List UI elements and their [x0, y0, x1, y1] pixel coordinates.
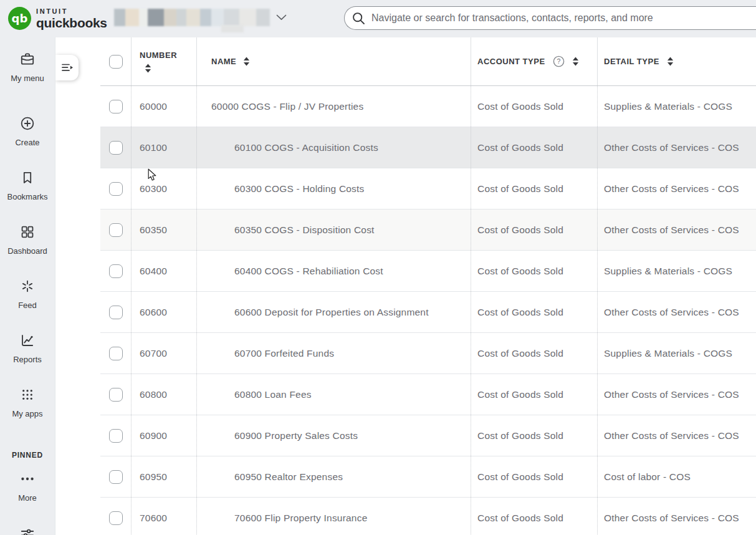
row-account-type-cell: Cost of Goods Sold — [471, 415, 598, 456]
row-detail-type-cell: Supplies & Materials - COGS — [598, 86, 756, 127]
sidebar-item-reports[interactable]: Reports — [13, 332, 42, 364]
header-number[interactable]: NUMBER — [132, 37, 197, 85]
account-number: 60600 — [140, 307, 167, 318]
header-detail-type[interactable]: DETAIL TYPE — [598, 37, 756, 85]
table-row[interactable]: 60400 60400 COGS - Rehabiliation Cost Co… — [100, 251, 756, 292]
table-row[interactable]: 60800 60800 Loan Fees Cost of Goods Sold… — [100, 374, 756, 415]
table-row[interactable]: 60000 60000 COGS - Flip / JV Properties … — [100, 86, 756, 127]
row-checkbox[interactable] — [109, 264, 123, 278]
quickbooks-logo[interactable]: qb INTUIT quickbooks — [8, 7, 107, 30]
table-row[interactable]: 60600 60600 Deposit for Properties on As… — [100, 292, 756, 333]
header-account-type[interactable]: ACCOUNT TYPE ? — [471, 37, 598, 85]
table-row[interactable]: 60350 60350 COGS - Disposition Cost Cost… — [100, 210, 756, 251]
table-body: 60000 60000 COGS - Flip / JV Properties … — [100, 86, 756, 535]
brand-wordmark: INTUIT quickbooks — [36, 8, 107, 29]
account-name: 70600 Flip Property Insurance — [211, 513, 367, 524]
sidebar-item-settings-sliders[interactable] — [19, 525, 36, 535]
account-name: 60700 Forfeited Funds — [211, 348, 334, 359]
row-account-type-cell: Cost of Goods Sold — [471, 292, 598, 332]
row-account-type-cell: Cost of Goods Sold — [471, 374, 598, 415]
sidebar-item-label: Feed — [18, 301, 37, 310]
row-checkbox-cell — [100, 86, 132, 127]
row-name-cell: 60400 COGS - Rehabiliation Cost — [197, 251, 471, 291]
row-account-type-cell: Cost of Goods Sold — [471, 127, 598, 168]
sidebar-item-dashboard[interactable]: Dashboard — [7, 224, 47, 256]
header-name[interactable]: NAME — [197, 37, 471, 85]
row-number-cell: 60350 — [132, 210, 197, 250]
sliders-icon — [19, 525, 36, 535]
sidebar-item-my-menu[interactable]: My menu — [11, 51, 44, 83]
row-checkbox[interactable] — [109, 470, 123, 484]
row-checkbox-cell — [100, 210, 132, 250]
row-checkbox-cell — [100, 374, 132, 415]
sidebar-item-my-apps[interactable]: My apps — [12, 387, 42, 418]
help-icon[interactable]: ? — [553, 55, 565, 67]
table-row[interactable]: 60100 60100 COGS - Acquisition Costs Cos… — [100, 127, 756, 168]
detail-type: Other Costs of Services - COS — [604, 183, 739, 195]
row-checkbox[interactable] — [109, 182, 123, 196]
row-account-type-cell: Cost of Goods Sold — [471, 498, 598, 535]
row-checkbox[interactable] — [109, 100, 123, 113]
sort-detail-type-button[interactable] — [667, 57, 674, 66]
quickbooks-wordmark: quickbooks — [36, 16, 107, 29]
sidebar-item-more[interactable]: More — [18, 471, 37, 503]
account-number: 60800 — [140, 389, 167, 400]
row-account-type-cell: Cost of Goods Sold — [471, 333, 598, 374]
account-name: 60900 Property Sales Costs — [211, 430, 358, 441]
table-row[interactable]: 60950 60950 Realtor Expenses Cost of Goo… — [100, 456, 756, 498]
row-number-cell: 60900 — [132, 415, 197, 456]
expand-sidebar-button[interactable] — [55, 55, 79, 80]
name-column-label: NAME — [211, 57, 236, 66]
table-header: NUMBER NAME ACCOUNT TYPE — [100, 37, 756, 86]
sidebar-item-create[interactable]: Create — [15, 115, 39, 147]
burst-icon — [19, 278, 36, 294]
sidebar-item-label: Reports — [13, 355, 42, 364]
bookmark-icon — [19, 170, 36, 186]
row-checkbox[interactable] — [109, 347, 123, 360]
row-account-type-cell: Cost of Goods Sold — [471, 86, 598, 127]
row-number-cell: 60800 — [132, 374, 197, 415]
row-checkbox-cell — [100, 251, 132, 291]
row-checkbox[interactable] — [109, 429, 123, 443]
account-number: 60000 — [140, 101, 167, 112]
dots-horizontal-icon — [19, 471, 36, 487]
account-type: Cost of Goods Sold — [477, 142, 563, 153]
table-row[interactable]: 70600 70600 Flip Property Insurance Cost… — [100, 498, 756, 535]
table-row[interactable]: 60900 60900 Property Sales Costs Cost of… — [100, 415, 756, 456]
sort-number-button[interactable] — [145, 64, 151, 73]
row-checkbox[interactable] — [109, 306, 123, 319]
search-icon — [352, 12, 365, 25]
sidebar-item-feed[interactable]: Feed — [18, 278, 37, 310]
sort-account-type-button[interactable] — [572, 57, 579, 66]
row-checkbox-cell — [100, 292, 132, 332]
select-all-checkbox[interactable] — [109, 55, 123, 69]
row-checkbox[interactable] — [109, 141, 123, 155]
global-search-input[interactable] — [371, 12, 756, 24]
row-checkbox-cell — [100, 127, 132, 168]
row-number-cell: 60600 — [132, 292, 197, 332]
intuit-wordmark: INTUIT — [36, 8, 107, 15]
row-name-cell: 60900 Property Sales Costs — [197, 415, 471, 456]
account-name: 60400 COGS - Rehabiliation Cost — [211, 266, 383, 277]
account-name: 60300 COGS - Holding Costs — [211, 183, 365, 195]
sort-name-button[interactable] — [243, 57, 250, 66]
account-type: Cost of Goods Sold — [477, 101, 563, 112]
sidebar-item-bookmarks[interactable]: Bookmarks — [7, 170, 47, 201]
row-number-cell: 60100 — [132, 127, 197, 168]
row-detail-type-cell: Cost of labor - COS — [598, 456, 756, 497]
detail-type: Supplies & Materials - COGS — [604, 348, 732, 359]
table-row[interactable]: 60700 60700 Forfeited Funds Cost of Good… — [100, 333, 756, 374]
row-checkbox[interactable] — [109, 388, 123, 402]
account-type: Cost of Goods Sold — [477, 266, 563, 277]
detail-type: Supplies & Materials - COGS — [604, 101, 732, 112]
row-checkbox[interactable] — [109, 223, 123, 237]
account-name: 60600 Deposit for Properties on Assignme… — [211, 307, 429, 318]
account-number: 60400 — [140, 266, 167, 277]
table-row[interactable]: 60300 60300 COGS - Holding Costs Cost of… — [100, 168, 756, 210]
row-checkbox[interactable] — [109, 511, 123, 525]
grid-icon — [19, 224, 36, 240]
row-account-type-cell: Cost of Goods Sold — [471, 168, 598, 209]
sidebar: My menuCreateBookmarksDashboardFeedRepor… — [0, 37, 55, 535]
chart-line-icon — [19, 332, 36, 349]
company-selector[interactable] — [114, 8, 287, 27]
